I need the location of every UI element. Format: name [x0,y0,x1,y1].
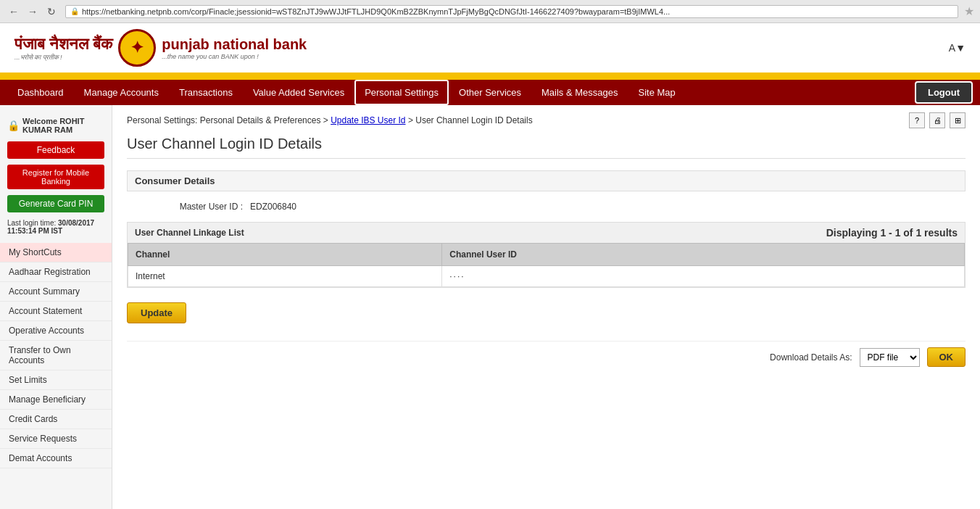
back-button[interactable]: ← [6,4,22,20]
master-user-id-row: Master User ID : EDZ006840 [127,199,966,215]
last-login-info: Last login time: 30/08/2017 11:53:14 PM … [0,215,112,239]
sidebar-item-demat-accounts[interactable]: Demat Accounts [0,449,112,468]
channel-linkage-title: User Channel Linkage List [135,228,244,238]
cell-channel: Internet [128,266,442,287]
header-right: A▼ [949,42,966,54]
logo-tagline-english: ...the name you can BANK upon ! [162,53,307,60]
master-user-id-label: Master User ID : [134,202,250,212]
table-row: Internet ···· [128,266,965,287]
breadcrumb-part-1: Personal Settings: Personal Details & Pr… [127,115,320,125]
address-bar[interactable]: 🔒 https://netbanking.netpnb.com/corp/Fin… [65,5,958,18]
bank-logo: पंजाब नैशनल बैंक ...भरोसे का प्रतीक ! ✦ … [14,29,307,67]
bank-header: पंजाब नैशनल बैंक ...भरोसे का प्रतीक ! ✦ … [0,23,980,75]
browser-bar: ← → ↻ 🔒 https://netbanking.netpnb.com/co… [0,0,980,23]
feedback-button[interactable]: Feedback [7,141,104,159]
ok-button[interactable]: OK [927,347,966,367]
sidebar-menu: My ShortCuts Aadhaar Registration Accoun… [0,243,112,468]
breadcrumb-current: User Channel Login ID Details [415,115,532,125]
bank-emblem: ✦ [118,29,156,67]
cell-channel-user-id: ···· [442,266,965,287]
channel-linkage-section: User Channel Linkage List Displaying 1 -… [127,222,966,288]
nav-site-map[interactable]: Site Map [628,80,686,105]
sidebar-item-account-statement[interactable]: Account Statement [0,302,112,321]
nav-personal-settings[interactable]: Personal Settings [354,80,449,105]
logo-tagline-hindi: ...भरोसे का प्रतीक ! [14,54,112,62]
logo-hindi-text: पंजाब नैशनल बैंक [14,35,112,54]
breadcrumb-update-ibs[interactable]: Update IBS User Id [331,115,405,125]
sidebar-item-manage-beneficiary[interactable]: Manage Beneficiary [0,390,112,410]
logo-english-text: punjab national bank [162,36,307,53]
forward-button[interactable]: → [25,4,41,20]
sidebar-item-credit-cards[interactable]: Credit Cards [0,410,112,429]
sidebar-item-set-limits[interactable]: Set Limits [0,371,112,390]
url-text: https://netbanking.netpnb.com/corp/Finac… [82,7,670,16]
channel-linkage-table: Channel Channel User ID Internet ···· [128,243,965,287]
nav-items: Dashboard Manage Accounts Transactions V… [7,80,686,105]
mobile-banking-button[interactable]: Register for Mobile Banking [7,165,104,189]
ssl-lock-icon: 🔒 [70,7,79,15]
download-format-select[interactable]: PDF file Excel file CSV file [860,348,920,367]
nav-mails-messages[interactable]: Mails & Messages [531,80,628,105]
sidebar-item-service-requests[interactable]: Service Requests [0,429,112,449]
reload-button[interactable]: ↻ [43,4,59,20]
channel-linkage-header: User Channel Linkage List Displaying 1 -… [128,223,965,243]
sidebar-item-account-summary[interactable]: Account Summary [0,282,112,302]
breadcrumb-path: Personal Settings: Personal Details & Pr… [127,115,533,125]
breadcrumb-icons: ? 🖨 ⊞ [909,112,966,128]
breadcrumb: Personal Settings: Personal Details & Pr… [127,112,966,128]
navbar: Dashboard Manage Accounts Transactions V… [0,80,980,105]
sidebar-item-aadhaar[interactable]: Aadhaar Registration [0,262,112,282]
col-header-channel-user-id: Channel User ID [442,244,965,266]
nav-other-services[interactable]: Other Services [449,80,531,105]
expand-icon-button[interactable]: ⊞ [950,112,966,128]
help-icon-button[interactable]: ? [909,112,925,128]
col-header-channel: Channel [128,244,442,266]
nav-value-added-services[interactable]: Value Added Services [243,80,354,105]
print-icon-button[interactable]: 🖨 [929,112,945,128]
page-title: User Channel Login ID Details [127,136,966,159]
font-size-button[interactable]: A▼ [949,42,966,54]
breadcrumb-separator-2: > [408,115,415,125]
sidebar-item-operative-accounts[interactable]: Operative Accounts [0,321,112,341]
emblem-symbol: ✦ [130,38,144,57]
content-wrapper: 🔒 Welcome ROHIT KUMAR RAM Feedback Regis… [0,105,980,509]
nav-transactions[interactable]: Transactions [169,80,243,105]
card-pin-button[interactable]: Generate Card PIN [7,195,104,212]
welcome-lock-icon: 🔒 [7,120,20,131]
update-button[interactable]: Update [127,302,186,323]
master-user-id-value: EDZ006840 [250,202,296,212]
results-count: Displaying 1 - 1 of 1 results [826,227,958,239]
breadcrumb-separator-1: > [323,115,331,125]
welcome-text: Welcome ROHIT KUMAR RAM [22,117,104,134]
sidebar-item-transfer-own[interactable]: Transfer to Own Accounts [0,341,112,371]
masked-user-id: ···· [449,271,465,281]
download-row: Download Details As: PDF file Excel file… [127,341,966,367]
logout-button[interactable]: Logout [915,81,973,104]
sidebar: 🔒 Welcome ROHIT KUMAR RAM Feedback Regis… [0,105,112,509]
last-login-label: Last login time: [7,219,56,227]
consumer-details-header: Consumer Details [127,170,966,191]
nav-manage-accounts[interactable]: Manage Accounts [74,80,169,105]
sidebar-item-my-shortcuts[interactable]: My ShortCuts [0,243,112,262]
nav-dashboard[interactable]: Dashboard [7,80,74,105]
bookmark-button[interactable]: ★ [964,4,974,18]
sidebar-welcome: 🔒 Welcome ROHIT KUMAR RAM [0,112,112,138]
download-label: Download Details As: [770,352,852,363]
main-content: Personal Settings: Personal Details & Pr… [112,105,980,509]
browser-nav: ← → ↻ [6,4,59,20]
